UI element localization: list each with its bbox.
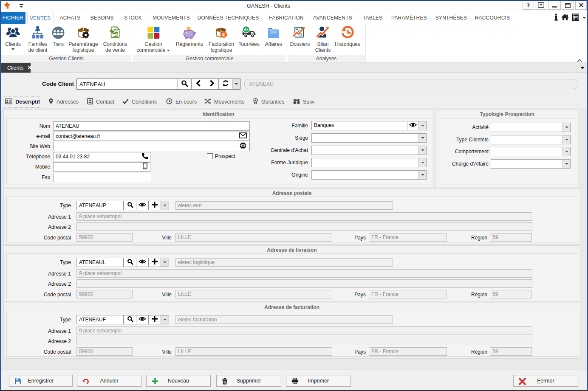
calculator-dropdown-icon[interactable] (582, 17, 586, 19)
tab-mouvements[interactable]: Mouvements (204, 97, 245, 107)
home-icon[interactable] (561, 14, 569, 22)
calculator-icon[interactable] (572, 14, 579, 23)
send-email-button[interactable] (236, 132, 250, 141)
refresh-button[interactable] (219, 79, 232, 89)
minimize-button[interactable] (548, 1, 561, 10)
app-logo-icon[interactable] (3, 2, 11, 11)
tab-garanties[interactable]: Garanties (253, 97, 284, 107)
search-client-button[interactable] (178, 79, 192, 89)
code-client-input[interactable] (76, 79, 178, 90)
eye-button[interactable] (136, 201, 149, 210)
comportement-combo[interactable] (491, 147, 571, 156)
add-button[interactable] (149, 315, 161, 324)
ribbon-item-historiques[interactable]: Historiques (335, 25, 360, 47)
ribbon-item-dossiers[interactable]: Dossiers (290, 25, 310, 47)
telephone-field[interactable] (53, 152, 140, 161)
eye-button[interactable] (407, 121, 418, 130)
type_clientele-combo[interactable] (491, 135, 571, 144)
type-field[interactable] (76, 201, 124, 210)
dropdown-button[interactable] (563, 123, 570, 132)
dropdown-button[interactable] (418, 134, 426, 142)
ribbon-item-bilan-clients[interactable]: BilanClients (315, 25, 331, 53)
dropdown-button[interactable] (418, 146, 426, 155)
ribbon-item-familles-de-client[interactable]: Famillesde client (28, 25, 48, 53)
tab-list-dropdown-icon[interactable] (580, 67, 585, 69)
close-button[interactable]: Fermer (513, 375, 578, 387)
type-field[interactable] (76, 258, 124, 267)
ribbon-tab-12[interactable]: RACCOURCIS (475, 12, 510, 24)
ribbon-tab-9[interactable]: TABLES (363, 12, 382, 24)
previous-client-button[interactable] (192, 79, 205, 89)
ribbon-tab-7[interactable]: FABRICATION (269, 12, 303, 24)
call-mobile-button[interactable] (140, 162, 150, 172)
ribbon-item-tiers[interactable]: Tiers (51, 25, 65, 47)
prospect-checkbox[interactable] (207, 153, 213, 159)
ribbon-item-tournees[interactable]: Tournées (238, 25, 259, 47)
activite-combo[interactable] (491, 123, 571, 132)
siege-combo[interactable] (311, 133, 427, 143)
tab-adresses[interactable]: Adresses (48, 97, 79, 107)
new-button[interactable]: Nouveau (146, 375, 211, 387)
ribbon-tab-1[interactable]: VENTES (27, 12, 53, 24)
search-button[interactable] (124, 201, 136, 210)
search-button[interactable] (124, 258, 136, 267)
ribbon-tab-11[interactable]: SYNTHÈSES (435, 12, 467, 24)
email-field[interactable] (53, 132, 236, 141)
delete-button[interactable]: Supprimer (216, 375, 281, 387)
centrale-combo[interactable] (311, 146, 427, 155)
tab-en-cours[interactable]: En-cours (166, 97, 197, 107)
dropdown-button[interactable] (563, 147, 570, 156)
open-website-button[interactable] (236, 142, 250, 151)
ribbon-item-clients[interactable]: Clients (5, 25, 21, 50)
add-button[interactable] (149, 258, 161, 267)
ribbon-tab-10[interactable]: PARAMÈTRES (391, 12, 427, 24)
dropdown-button[interactable] (418, 158, 426, 167)
dropdown-button[interactable] (418, 121, 426, 130)
close-tab-icon[interactable] (28, 65, 32, 71)
refresh-dropdown-button[interactable] (232, 79, 240, 89)
fax-field[interactable] (53, 173, 151, 182)
next-client-button[interactable] (205, 79, 219, 89)
ribbon-item-reglements[interactable]: Règlements (176, 25, 203, 47)
dropdown-button[interactable] (563, 160, 570, 168)
ribbon-tab-5[interactable]: MOUVEMENTS (153, 12, 190, 24)
close-window-button[interactable] (575, 1, 587, 10)
site-web-field[interactable] (53, 142, 236, 151)
forme-combo[interactable] (311, 158, 427, 167)
document-tab-clients[interactable]: Clients (1, 63, 31, 73)
add-button[interactable] (149, 201, 161, 210)
pin-window-button[interactable] (535, 1, 547, 10)
info-icon[interactable] (554, 14, 558, 23)
mobile-field[interactable] (53, 162, 140, 172)
search-button[interactable] (124, 315, 136, 324)
add-dropdown-button[interactable] (161, 315, 169, 324)
ribbon-item-gestion-commerciale[interactable]: Gestioncommerciale (136, 25, 170, 53)
nom-field[interactable] (53, 121, 250, 131)
ribbon-tab-4[interactable]: STOCK (124, 12, 142, 24)
maximize-button[interactable] (562, 1, 574, 10)
quick-access-dropdown-icon[interactable] (19, 4, 24, 8)
ribbon-item-parametrage-logistique[interactable]: Paramétragelogistique (68, 25, 98, 53)
type-field[interactable] (76, 315, 124, 324)
ribbon-tab-3[interactable]: BESOINS (90, 12, 114, 24)
ribbon-tab-8[interactable]: AVANCEMENTS (313, 12, 352, 24)
ribbon-item-affaires[interactable]: Affaires (265, 25, 282, 47)
ribbon-item-facturation-logistique[interactable]: €Facturationlogistique (209, 25, 234, 53)
save-button[interactable]: Enregistrer (9, 375, 73, 387)
print-button[interactable]: Imprimer (286, 375, 351, 387)
ribbon-tab-6[interactable]: DONNÉES TECHNIQUES (198, 12, 259, 24)
help-button[interactable]: ? (523, 1, 534, 10)
famille-combo[interactable]: Banques (311, 121, 427, 130)
eye-button[interactable] (136, 315, 149, 324)
tab-conditions[interactable]: Conditions (122, 97, 157, 107)
tab-descriptif[interactable]: Descriptif (4, 96, 41, 107)
charge-combo[interactable] (491, 159, 571, 169)
ribbon-tab-2[interactable]: ACHATS (60, 12, 81, 24)
tab-suivi[interactable]: Suivi (293, 97, 314, 107)
cancel-button[interactable]: Annuler (77, 375, 141, 387)
ribbon-tab-0[interactable]: FICHIER (1, 12, 25, 24)
tab-contact[interactable]: Contact (87, 97, 114, 107)
origine-combo[interactable] (311, 170, 427, 180)
dropdown-button[interactable] (563, 135, 570, 144)
collapse-ribbon-button[interactable] (577, 56, 583, 61)
